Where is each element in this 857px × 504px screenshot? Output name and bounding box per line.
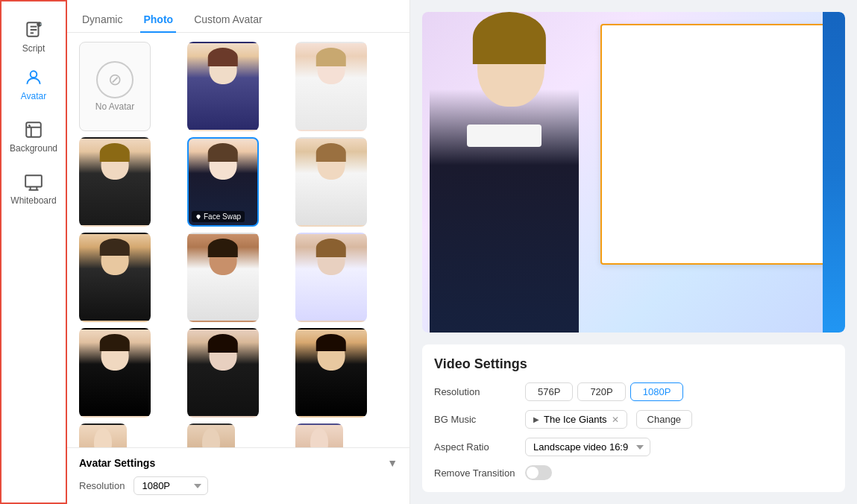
- avatar-hair-6: [316, 143, 346, 163]
- avatar-head-15: [310, 428, 328, 447]
- list-item[interactable]: [187, 328, 259, 418]
- video-settings-grid: Resolution 576P 720P 1080P BG Music ▶ Th…: [434, 382, 833, 480]
- sidebar: 🎤 Script Avatar Background: [0, 0, 67, 504]
- list-item[interactable]: VIP: [295, 423, 343, 447]
- video-resolution-label: Resolution: [434, 386, 516, 397]
- avatar-grid-container: ⊘ No Avatar: [67, 33, 409, 447]
- sidebar-item-label: Background: [10, 143, 57, 154]
- avatar-hair-8: [208, 239, 238, 258]
- background-icon: [23, 119, 44, 140]
- avatar-hair-3: [316, 48, 346, 67]
- avatar-hair-9: [316, 239, 346, 258]
- list-item[interactable]: [295, 42, 367, 131]
- music-close-icon[interactable]: ✕: [612, 415, 619, 425]
- avatar-hair-preview: [473, 12, 546, 64]
- list-item[interactable]: [79, 233, 151, 322]
- tab-photo[interactable]: Photo: [140, 7, 176, 33]
- avatar-grid: ⊘ No Avatar: [79, 42, 398, 447]
- svg-point-6: [31, 71, 37, 78]
- avatar-hair-7: [100, 239, 130, 256]
- video-settings-title: Video Settings: [434, 356, 833, 372]
- list-item[interactable]: [187, 233, 259, 322]
- script-icon: 🎤: [23, 19, 44, 40]
- remove-transition-label: Remove Transition: [434, 467, 516, 479]
- bg-music-row: BG Music ▶ The Ice Giants ✕ Change: [434, 410, 833, 429]
- list-item[interactable]: [79, 328, 151, 418]
- resolution-select[interactable]: 1080P 720P 576P: [134, 476, 208, 495]
- avatar-hair-12: [316, 334, 346, 351]
- avatar-head-14: [202, 428, 220, 447]
- avatar-no-avatar[interactable]: ⊘ No Avatar: [79, 42, 151, 131]
- resolution-576p[interactable]: 576P: [525, 382, 573, 401]
- music-control: ▶ The Ice Giants ✕: [525, 410, 627, 429]
- aspect-ratio-label: Aspect Ratio: [434, 441, 516, 453]
- sidebar-item-label: Whiteboard: [10, 195, 56, 206]
- svg-text:🎤: 🎤: [38, 22, 43, 28]
- list-item[interactable]: Face Swap: [187, 137, 259, 227]
- list-item[interactable]: [295, 328, 367, 418]
- sidebar-item-background[interactable]: Background: [1, 110, 66, 163]
- sidebar-item-avatar[interactable]: Avatar: [1, 58, 66, 110]
- remove-transition-row: Remove Transition: [434, 465, 833, 480]
- aspect-ratio-row: Aspect Ratio Landscape video 16:9 Portra…: [434, 438, 833, 456]
- whiteboard-icon: [23, 171, 44, 192]
- main-content: Dynamic Photo Custom Avatar ⊘ No Avatar: [67, 0, 857, 504]
- video-settings-panel: Video Settings Resolution 576P 720P 1080…: [422, 344, 845, 492]
- preview-content-box: [600, 24, 833, 265]
- avatar-hair-2: [208, 48, 238, 67]
- resolution-setting-row: Resolution 1080P 720P 576P: [79, 476, 398, 495]
- video-resolution-row: Resolution 576P 720P 1080P: [434, 382, 833, 401]
- svg-rect-10: [25, 175, 42, 186]
- sidebar-item-label: Script: [22, 43, 45, 54]
- music-play-icon[interactable]: ▶: [533, 415, 539, 423]
- resolution-buttons: 576P 720P 1080P: [525, 382, 683, 401]
- avatar-settings-panel: Avatar Settings ▼ Resolution 1080P 720P …: [67, 447, 409, 504]
- preview-blue-accent: [823, 12, 845, 333]
- music-change-button[interactable]: Change: [636, 410, 693, 429]
- no-avatar-label: No Avatar: [95, 101, 134, 112]
- avatar-hair-11: [208, 334, 238, 353]
- preview-avatar-container: [422, 12, 586, 333]
- list-item[interactable]: [295, 233, 367, 322]
- sidebar-item-script[interactable]: 🎤 Script: [1, 9, 66, 58]
- face-swap-badge: Face Swap: [192, 211, 245, 222]
- chevron-down-icon: ▼: [387, 457, 398, 469]
- sidebar-item-whiteboard[interactable]: Whiteboard: [1, 163, 66, 215]
- music-title: The Ice Giants: [544, 414, 607, 425]
- tab-dynamic[interactable]: Dynamic: [79, 7, 125, 33]
- no-avatar-circle: ⊘: [96, 61, 134, 98]
- preview-area: [422, 12, 845, 333]
- avatar-shirt: [467, 125, 541, 147]
- avatar-settings-title: Avatar Settings: [79, 457, 155, 469]
- avatar-hair-4: [100, 143, 130, 163]
- remove-transition-toggle[interactable]: [525, 465, 552, 480]
- avatar-panel: Dynamic Photo Custom Avatar ⊘ No Avatar: [67, 0, 410, 504]
- bg-music-label: BG Music: [434, 414, 516, 425]
- aspect-ratio-select[interactable]: Landscape video 16:9 Portrait video 9:16…: [525, 438, 650, 456]
- resolution-label: Resolution: [79, 480, 125, 491]
- avatar-settings-header[interactable]: Avatar Settings ▼: [79, 457, 398, 469]
- list-item[interactable]: [295, 137, 367, 227]
- avatar-head-13: [94, 428, 112, 447]
- tab-custom-avatar[interactable]: Custom Avatar: [191, 7, 266, 33]
- resolution-1080p[interactable]: 1080P: [630, 382, 684, 401]
- list-item[interactable]: [187, 42, 259, 131]
- avatar-hair-10: [100, 334, 130, 351]
- list-item[interactable]: [79, 423, 127, 447]
- avatar-tabs: Dynamic Photo Custom Avatar: [67, 0, 409, 33]
- resolution-720p[interactable]: 720P: [577, 382, 625, 401]
- svg-rect-7: [26, 122, 41, 137]
- sidebar-item-label: Avatar: [21, 91, 46, 101]
- avatar-icon: [23, 67, 44, 88]
- list-item[interactable]: [187, 423, 235, 447]
- avatar-hair-5: [208, 143, 238, 163]
- list-item[interactable]: [79, 137, 151, 227]
- right-panel: Video Settings Resolution 576P 720P 1080…: [410, 0, 857, 504]
